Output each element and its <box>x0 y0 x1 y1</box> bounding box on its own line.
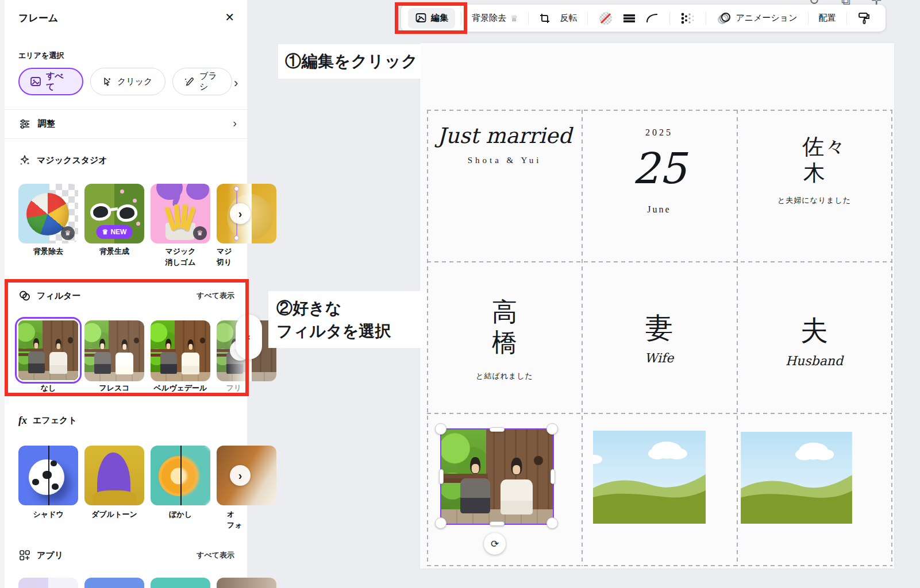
area-pill-all-label: すべて <box>46 71 72 92</box>
card-wife[interactable]: 妻 Wife <box>590 314 728 365</box>
area-pill-click[interactable]: クリック <box>90 68 165 95</box>
sparkles-icon <box>18 154 31 167</box>
effect-item-label: シャドウ <box>17 509 80 520</box>
grid-line <box>737 110 738 566</box>
app-thumb[interactable] <box>84 578 144 588</box>
caption-husband: Husband <box>745 354 883 368</box>
magic-item-bg-remove[interactable]: ♛ <box>18 184 78 243</box>
magic-carousel-next-icon[interactable]: › <box>230 203 251 224</box>
effect-item-label: ダブルトーン <box>79 509 149 520</box>
halftone-button[interactable] <box>676 8 700 29</box>
close-icon[interactable]: ✕ <box>225 10 234 24</box>
card-caption: と夫婦になりました <box>745 195 883 206</box>
area-pill-click-label: クリック <box>117 76 152 87</box>
panel-title: フレーム <box>18 11 58 25</box>
effect-item-label: オフォ <box>217 509 251 531</box>
app-thumb[interactable] <box>18 578 78 588</box>
crop-button[interactable] <box>534 8 555 29</box>
position-button[interactable]: 配置 <box>814 8 841 29</box>
levels-icon <box>622 13 636 24</box>
grid-line <box>427 110 428 566</box>
new-badge: ♛ NEW <box>97 225 133 239</box>
flower-dot <box>120 189 124 194</box>
pills-overflow-chevron-icon[interactable]: › <box>234 76 238 91</box>
flip-button-label: 反転 <box>560 13 577 24</box>
rotate-icon: ⟳ <box>491 538 499 550</box>
area-pill-all[interactable]: すべて <box>18 68 83 95</box>
annotation-step2-line1: ②好きな <box>276 297 427 320</box>
annotation-step2-line2: フィルタを選択 <box>276 320 427 343</box>
split-line <box>180 446 182 505</box>
purple-blob <box>186 184 209 200</box>
area-pill-brush[interactable]: ブラシ <box>172 68 232 95</box>
landscape-placeholder[interactable] <box>740 432 853 524</box>
brush-icon <box>183 76 195 87</box>
pro-crown-icon: ♕ <box>510 13 518 24</box>
toolbar-divider <box>846 12 847 25</box>
apps-show-all-link[interactable]: すべて表示 <box>197 550 234 560</box>
effect-item-shadow[interactable] <box>18 446 78 505</box>
adjust-levels-button[interactable] <box>618 8 641 29</box>
magic-item-magic-eraser[interactable]: ♛ <box>151 184 210 243</box>
resize-handle-se[interactable] <box>546 517 558 529</box>
magic-item-label: 背景生成 <box>83 246 146 257</box>
effect-item-label: ぼかし <box>149 509 212 520</box>
annotation-step2: ②好きな フィルタを選択 <box>268 291 427 348</box>
card-just-married[interactable]: Just married Shota & Yui <box>436 123 573 165</box>
background-remove-button[interactable]: 背景除去 ♕ <box>467 8 522 29</box>
apps-title: アプリ <box>37 550 63 561</box>
grid-line <box>891 110 892 566</box>
magic-item-bg-generate[interactable]: ♛ NEW <box>84 184 144 243</box>
effect-item-blur[interactable] <box>151 446 210 505</box>
grid-line <box>427 565 892 566</box>
curve-button[interactable] <box>641 8 664 29</box>
card-date[interactable]: 2025 25 June <box>590 127 728 215</box>
flip-button[interactable]: 反転 <box>555 8 582 29</box>
effect-item-duotone[interactable] <box>84 446 144 505</box>
curve-arc-icon <box>645 13 659 24</box>
halftone-dots-icon <box>680 11 695 25</box>
app-thumb[interactable] <box>151 578 210 588</box>
magic-item-label: マジック消しゴム <box>149 246 212 268</box>
resize-handle-sw[interactable] <box>435 517 446 529</box>
adjust-row[interactable]: 調整 › <box>5 110 252 138</box>
background-remove-label: 背景除去 <box>472 13 506 24</box>
flower-dot <box>133 199 137 203</box>
resize-handle-n[interactable] <box>490 427 505 432</box>
card-family-name-takahashi[interactable]: 高橋 と結ばれました <box>436 297 573 381</box>
image-frame-icon <box>30 76 41 87</box>
paint-roller-icon <box>857 11 871 25</box>
resize-handle-s[interactable] <box>490 521 505 526</box>
selected-photo[interactable] <box>441 430 553 524</box>
crown-icon: ♛ <box>197 229 203 237</box>
landscape-placeholder[interactable] <box>593 431 706 524</box>
caption-wife: Wife <box>590 351 728 365</box>
resize-handle-e[interactable] <box>551 469 555 484</box>
blur-half <box>180 446 210 505</box>
app-thumb[interactable] <box>217 578 276 588</box>
split-line <box>48 446 49 505</box>
animation-button[interactable]: アニメーション <box>712 8 802 29</box>
paint-roller-button[interactable] <box>853 8 876 29</box>
animation-icon <box>717 12 732 25</box>
soccer-ball-image <box>29 459 64 495</box>
magic-studio-header: マジックスタジオ <box>18 154 107 167</box>
select-area-label: エリアを選択 <box>18 51 64 61</box>
date-month: June <box>590 204 728 215</box>
toolbar-divider <box>706 12 706 25</box>
resize-handle-nw[interactable] <box>435 423 446 435</box>
apps-grid-icon <box>18 549 31 562</box>
grid-line <box>427 261 892 262</box>
card-husband[interactable]: 夫 Husband <box>745 317 883 368</box>
magic-studio-title: マジックスタジオ <box>37 155 107 166</box>
effects-carousel-next-icon[interactable]: › <box>230 465 251 486</box>
annotation-step1: ①編集をクリック <box>278 44 421 79</box>
sunglasses-image <box>90 203 140 224</box>
rotate-handle[interactable]: ⟳ <box>484 533 506 555</box>
resize-handle-ne[interactable] <box>546 423 558 435</box>
adjust-chevron-icon: › <box>233 117 237 130</box>
card-caption: と結ばれました <box>436 371 573 381</box>
resize-handle-w[interactable] <box>439 469 444 484</box>
card-family-name-sasaki[interactable]: 佐々木 と夫婦になりました <box>745 134 883 206</box>
filter-none-button[interactable] <box>594 8 618 29</box>
